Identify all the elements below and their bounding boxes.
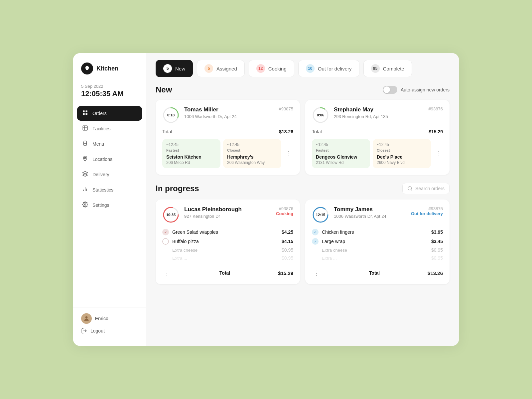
timer-1: 0:18: [162, 106, 180, 124]
ip-card-1-left: 10:35 Lucas Pleinsborough 927 Kensington…: [162, 206, 242, 223]
ip-card-1-more[interactable]: ⋮: [162, 268, 172, 278]
avatar: [81, 313, 92, 324]
app-container: Kitchen 5 Sep 2022 12:05:35 AM Orders Fa…: [73, 53, 459, 346]
ip-card-2-info: Tommy James 1006 Wadsworth Dr, Apt 24: [334, 206, 386, 219]
card-1-kitchen-options: ~12:45 Fastest Seiston Kitchen 206 Meco …: [162, 139, 293, 168]
sidebar-item-locations[interactable]: Locations: [77, 152, 142, 167]
item-price-extra: $0.95: [431, 247, 443, 253]
kitchen-name-closest-2: Dee's Place: [377, 154, 427, 160]
kitchen-option-closest-2[interactable]: ~12:45 Closest Dee's Place 2600 Navy Blv…: [373, 139, 431, 168]
sidebar-item-settings[interactable]: Settings: [77, 198, 142, 212]
svg-point-9: [84, 204, 86, 205]
inprogress-card-1: 10:35 Lucas Pleinsborough 927 Kensington…: [156, 200, 300, 284]
item-extra: Extra cheese: [322, 248, 347, 253]
card-2-address: 293 Rensington Rd, Apt 135: [334, 114, 388, 119]
sidebar-label-facilities: Facilities: [92, 126, 110, 131]
kitchen-name-fastest-2: Dengeos Glenview: [316, 154, 366, 160]
item-blue-icon: ✓: [312, 238, 319, 245]
item-row: ✓ Chicken fingers $3.95: [312, 227, 443, 237]
content-area: New Auto-assign new orders: [146, 77, 459, 346]
ip-card-1-items: ✓ Green Salad w/apples $4.25 Buffalo piz…: [162, 227, 293, 262]
kitchen-option-closest-1[interactable]: ~12:45 Closest Hemphrey's 206 Washington…: [223, 139, 281, 168]
kitchen-addr-closest-1: 206 Washington Way: [227, 160, 277, 165]
menu-icon: [82, 140, 88, 148]
item-blue-icon: ✓: [312, 229, 319, 235]
new-orders-grid: 0:18 Tomas Miller 1006 Wadsworth Dr, Apt…: [156, 100, 450, 175]
tab-complete[interactable]: 85 Complete: [363, 60, 412, 77]
kitchen-option-fastest-1[interactable]: ~12:45 Fastest Seiston Kitchen 206 Meco …: [162, 139, 220, 168]
item-row: Extra cheese $0.95: [312, 246, 443, 254]
settings-icon: [82, 201, 88, 209]
svg-rect-0: [83, 110, 84, 112]
kitchen-name-closest-1: Hemphrey's: [227, 154, 277, 160]
tab-delivery-badge: 10: [306, 64, 315, 73]
sidebar-logo: Kitchen: [73, 63, 146, 84]
timer-1-text: 0:18: [162, 106, 180, 124]
item-check-icon: ✓: [162, 229, 169, 235]
tab-complete-label: Complete: [383, 66, 404, 71]
card-1-more-button[interactable]: ⋮: [284, 149, 293, 158]
ip-card-2-order-num: #93875: [411, 206, 443, 211]
kitchen-option-fastest-2[interactable]: ~12:45 Fastest Dengeos Glenview 2131 Wil…: [312, 139, 370, 168]
locations-icon: [82, 156, 88, 163]
kitchen-tag-fastest-2: Fastest: [316, 148, 366, 152]
card-1-total-label: Total: [162, 129, 172, 134]
ip-card-2-right: #93875 Out for delivery: [411, 206, 443, 216]
auto-assign-toggle[interactable]: [383, 86, 397, 94]
svg-line-17: [411, 190, 412, 191]
kitchen-time-closest-2: ~12:45: [377, 142, 427, 147]
sidebar-bottom: Enrico Logout: [73, 308, 146, 339]
item-left: ✓ Chicken fingers: [312, 229, 354, 235]
kitchen-addr-fastest-2: 2131 Willow Rd: [316, 160, 366, 165]
card-1-total: $13.26: [279, 129, 293, 134]
tab-out-for-delivery[interactable]: 10 Out for delivery: [298, 60, 359, 77]
item-left: ✓ Green Salad w/apples: [162, 229, 218, 235]
card-2-more-button[interactable]: ⋮: [434, 149, 443, 158]
sidebar-item-facilities[interactable]: Facilities: [77, 121, 142, 136]
card-1-info: Tomas Miller 1006 Wadsworth Dr, Apt 24: [184, 106, 237, 119]
inprogress-header: In progress Search orders: [156, 183, 450, 194]
sidebar-item-orders[interactable]: Orders: [77, 106, 142, 121]
item-row-fade: Extra ... $0.95: [162, 254, 293, 262]
ip-timer-2: 12:15: [312, 206, 329, 223]
card-2-total-row: Total $15.29: [312, 129, 443, 134]
ip-timer-1-text: 10:35: [162, 206, 180, 223]
card-2-total: $15.29: [429, 129, 443, 134]
logo-icon: [81, 63, 93, 74]
kitchen-time-2: ~12:45: [316, 142, 366, 147]
item-row: ✓ Large wrap $3.45: [312, 237, 443, 246]
tab-assigned-label: Assigned: [216, 66, 237, 71]
tab-new[interactable]: 5 New: [156, 60, 193, 77]
card-2-info: Stephanie May 293 Rensington Rd, Apt 135: [334, 106, 388, 119]
ip-card-1-right: #93876 Cooking: [276, 206, 293, 216]
svg-point-5: [84, 157, 86, 159]
statistics-icon: [82, 186, 88, 194]
inprogress-title: In progress: [156, 184, 199, 193]
ip-card-2-address: 1006 Wadsworth Dr, Apt 24: [334, 214, 386, 219]
ip-card-2-more[interactable]: ⋮: [312, 268, 321, 278]
item-row: Buffalo pizza $4.15: [162, 237, 293, 246]
tab-assigned[interactable]: 5 Assigned: [197, 60, 245, 77]
logout-icon: [81, 328, 87, 334]
sidebar-label-locations: Locations: [92, 157, 112, 162]
main-content: 5 New 5 Assigned 12 Cooking 10 Out for d…: [146, 53, 459, 346]
tab-new-badge: 5: [163, 64, 172, 73]
sidebar-label-statistics: Staticstics: [92, 187, 113, 193]
sidebar-item-delivery[interactable]: Delivery: [77, 167, 142, 182]
ip-card-2-header: 12:15 Tommy James 1006 Wadsworth Dr, Apt…: [312, 206, 443, 223]
logout-button[interactable]: Logout: [81, 328, 138, 334]
item-extra: Extra cheese: [172, 248, 198, 253]
sidebar-item-menu[interactable]: Menu: [77, 137, 142, 151]
item-row: Extra cheese $0.95: [162, 246, 293, 254]
sidebar-label-orders: Orders: [92, 111, 107, 116]
ip-card-1-total: $15.29: [278, 270, 293, 276]
ip-card-2-items: ✓ Chicken fingers $3.95 ✓ Large wrap: [312, 227, 443, 262]
svg-rect-3: [86, 113, 87, 115]
inprogress-section: In progress Search orders: [156, 183, 450, 284]
current-date: 5 Sep 2022: [81, 84, 138, 89]
tab-cooking[interactable]: 12 Cooking: [249, 60, 294, 77]
tab-complete-badge: 85: [371, 64, 380, 73]
logout-label: Logout: [90, 328, 105, 333]
sidebar-item-statistics[interactable]: Staticstics: [77, 183, 142, 197]
search-box[interactable]: Search orders: [402, 183, 450, 194]
